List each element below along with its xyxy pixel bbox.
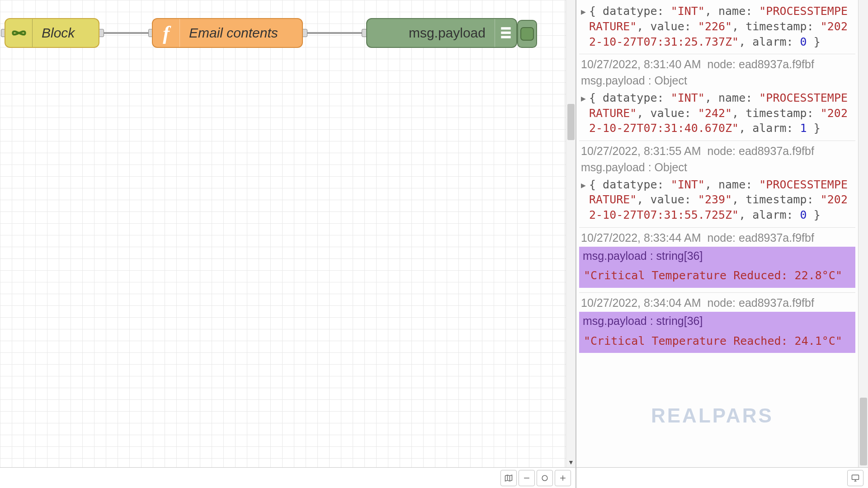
debug-object-preview[interactable]: ▶{ datatype: "INT", name: "PROCESSTEMPER… [581,177,854,223]
expand-triangle-icon[interactable]: ▶ [581,6,586,17]
debug-node-id[interactable]: node: ead8937a.f9fbf [708,231,814,244]
zoom-reset-button[interactable] [537,470,553,486]
debug-message[interactable]: 10/27/2022, 8:31:40 AMnode: ead8937a.f9f… [579,54,855,141]
debug-message-type: msg.payload : Object [581,73,854,89]
debug-message[interactable]: 10/27/2022, 8:34:04 AMnode: ead8937a.f9f… [579,292,855,357]
node-label: msg.payload [367,25,495,41]
node-function-email-contents[interactable]: f Email contents [152,18,303,48]
svg-rect-1 [501,32,510,34]
debug-message-type: msg.payload : Object [581,160,854,175]
flow-canvas-pane: Block f Email contents msg.payload ▼ ▶ [0,0,576,488]
svg-point-3 [542,475,547,481]
zoom-in-button[interactable] [555,470,571,486]
debug-string-value: "Critical Temperature Reached: 24.1°C" [579,331,855,353]
svg-rect-2 [501,36,510,38]
map-icon [504,474,513,483]
scroll-down-arrow-icon[interactable]: ▼ [566,457,576,467]
debug-message-type: msg.payload : string[36] [579,247,855,266]
debug-message-list[interactable]: ▶{ datatype: "INT", name: "PROCESSTEMPER… [576,0,858,467]
debug-string-value: "Critical Temperature Reduced: 22.8°C" [579,265,855,288]
toggle-knob [520,27,534,41]
debug-timestamp: 10/27/2022, 8:31:55 AM [581,145,701,157]
expand-triangle-icon[interactable]: ▶ [581,93,586,104]
zoom-out-button[interactable] [519,470,535,486]
debug-message-header: 10/27/2022, 8:31:40 AMnode: ead8937a.f9f… [581,57,854,72]
debug-message-header: 10/27/2022, 8:31:55 AMnode: ead8937a.f9f… [581,144,854,159]
wire[interactable] [100,32,151,34]
sidebar-scrollbar-vertical[interactable] [858,0,868,467]
open-debug-window-button[interactable] [847,470,863,486]
monitor-icon [851,474,860,483]
debug-node-id[interactable]: node: ead8937a.f9fbf [708,296,814,309]
circle-icon [540,474,549,483]
function-icon: f [153,19,180,47]
scrollbar-thumb[interactable] [567,104,575,140]
expand-triangle-icon[interactable]: ▶ [581,180,586,191]
debug-message-header: 10/27/2022, 8:33:44 AMnode: ead8937a.f9f… [581,230,854,246]
navigator-button[interactable] [500,470,517,486]
debug-message-type: msg.payload : string[36] [579,312,855,331]
plus-icon [558,474,567,483]
node-debug-msg-payload[interactable]: msg.payload [366,18,517,48]
canvas-scrollbar-vertical[interactable]: ▼ [566,0,576,467]
svg-rect-0 [501,27,510,29]
canvas-footer-toolbar [0,467,576,488]
debug-icon [495,19,516,47]
debug-timestamp: 10/27/2022, 8:33:44 AM [581,231,701,244]
debug-timestamp: 10/27/2022, 8:34:04 AM [581,296,701,309]
debug-node-id[interactable]: node: ead8937a.f9fbf [708,58,814,70]
sidebar-footer-toolbar [576,467,868,488]
minus-icon [522,474,531,483]
debug-timestamp: 10/27/2022, 8:31:40 AM [581,58,701,70]
wire[interactable] [304,32,365,34]
debug-sidebar: ▶{ datatype: "INT", name: "PROCESSTEMPER… [576,0,868,488]
debug-message[interactable]: 10/27/2022, 8:31:55 AMnode: ead8937a.f9f… [579,141,855,227]
node-label: Block [33,25,99,41]
switch-icon [5,19,33,47]
debug-message[interactable]: ▶{ datatype: "INT", name: "PROCESSTEMPER… [579,4,855,54]
debug-object-preview[interactable]: ▶{ datatype: "INT", name: "PROCESSTEMPER… [581,4,854,49]
scrollbar-thumb[interactable] [860,398,867,465]
debug-node-id[interactable]: node: ead8937a.f9fbf [708,145,814,157]
debug-enable-toggle[interactable] [517,20,537,48]
node-label: Email contents [180,25,302,41]
node-switch-block[interactable]: Block [5,18,99,48]
svg-rect-4 [852,475,859,479]
debug-object-preview[interactable]: ▶{ datatype: "INT", name: "PROCESSTEMPER… [581,90,854,136]
debug-message[interactable]: 10/27/2022, 8:33:44 AMnode: ead8937a.f9f… [579,227,855,292]
flow-canvas[interactable]: Block f Email contents msg.payload [0,0,566,467]
debug-message-header: 10/27/2022, 8:34:04 AMnode: ead8937a.f9f… [581,296,854,311]
